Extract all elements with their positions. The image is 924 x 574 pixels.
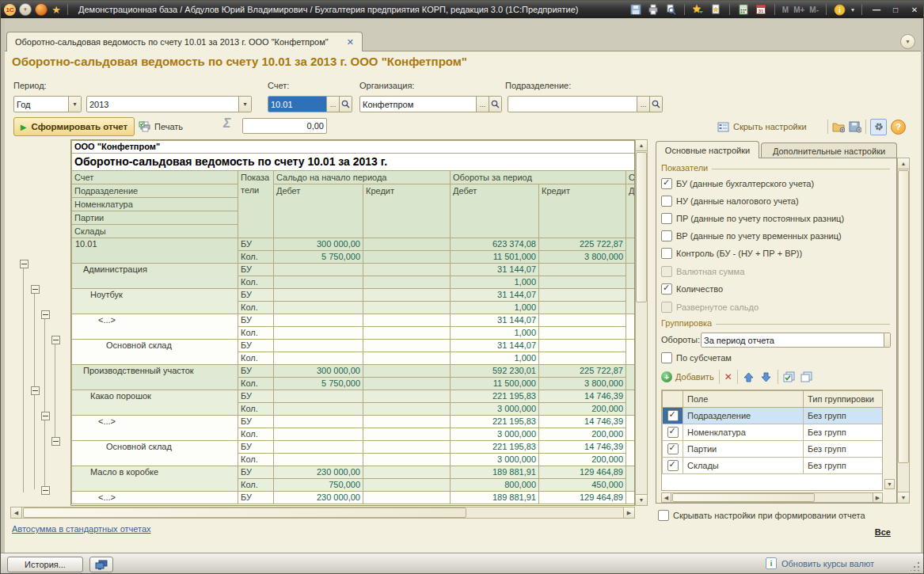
tree-collapse-button[interactable] — [31, 285, 40, 294]
all-link[interactable]: Все — [875, 527, 891, 537]
tree-collapse-button[interactable] — [41, 310, 50, 319]
grouping-scroll-down-arrow[interactable]: ▼ — [884, 479, 895, 489]
load-settings-icon[interactable] — [832, 120, 845, 133]
checkbox-icon[interactable] — [661, 178, 672, 189]
indicator-option[interactable]: Количество — [661, 283, 723, 295]
by-subaccounts-option[interactable]: По субсчетам — [661, 352, 732, 364]
report-row[interactable]: <...>БУ230 000,00189 881,91129 464,89 — [72, 492, 636, 504]
checkbox-icon[interactable] — [661, 248, 672, 259]
grouping-row-check-cell[interactable] — [663, 458, 683, 474]
chevron-down-icon[interactable]: ▾ — [68, 97, 81, 112]
hide-settings-button[interactable]: Скрыть настройки — [717, 119, 807, 135]
tab-main-settings[interactable]: Основные настройки — [656, 141, 759, 158]
grouping-row[interactable]: ПодразделениеБез групп — [663, 408, 883, 424]
more-button[interactable]: ... — [476, 97, 489, 112]
period-value-select[interactable]: 2013 ▾ — [86, 96, 252, 112]
chevron-down-icon[interactable]: ▾ — [851, 6, 854, 13]
report-row[interactable]: Основной складБУ31 144,07 — [72, 340, 636, 352]
tree-collapse-button[interactable] — [41, 486, 50, 495]
chevron-down-icon[interactable]: ▾ — [238, 97, 251, 112]
turnover-select[interactable]: За период отчета — [701, 333, 891, 348]
checkbox-icon[interactable] — [661, 213, 672, 224]
grouping-row-check-cell[interactable] — [663, 408, 683, 424]
search-icon[interactable] — [489, 97, 501, 112]
remote-desktop-button[interactable] — [89, 557, 113, 572]
grouping-row[interactable]: ПартииБез групп — [663, 441, 883, 458]
indicator-option[interactable]: Контроль (БУ - (НУ + ПР + ВР)) — [661, 247, 802, 260]
tree-collapse-button[interactable] — [51, 336, 60, 344]
memory-recall-button[interactable]: M — [782, 6, 789, 14]
print-preview-icon[interactable] — [664, 3, 677, 16]
indicator-option[interactable]: Развернутое сальдо — [661, 301, 759, 314]
checkbox-icon[interactable] — [661, 302, 672, 313]
more-button[interactable]: ... — [326, 97, 339, 112]
report-row[interactable]: Какао порошокБУ221 195,8314 746,39 — [72, 390, 636, 403]
indicator-option[interactable]: БУ (данные бухгалтерского учета) — [661, 177, 814, 190]
checkbox-icon[interactable] — [661, 230, 672, 241]
report-row[interactable]: 10.01БУ300 000,00623 374,08225 722,87 — [72, 238, 636, 251]
report-row[interactable]: НоутбукБУ31 144,07 — [72, 289, 636, 302]
search-icon[interactable] — [339, 97, 352, 112]
checkbox-icon[interactable] — [667, 443, 679, 454]
add-favorite-icon[interactable] — [709, 3, 722, 16]
help-icon[interactable]: ? — [891, 120, 906, 135]
quick-access-button[interactable] — [35, 3, 48, 16]
checkbox-icon[interactable] — [661, 196, 672, 207]
checkbox-icon[interactable] — [667, 460, 679, 471]
autosum-link[interactable]: Автосумма в стандартных отчетах — [12, 524, 151, 534]
save-icon[interactable] — [629, 3, 642, 16]
vscroll-thumb[interactable] — [898, 170, 909, 463]
grouping-row-check-cell[interactable] — [663, 424, 683, 441]
maximize-button[interactable]: □ — [888, 6, 903, 14]
checkbox-icon[interactable] — [667, 427, 679, 438]
update-rates-link[interactable]: i Обновить курсы валют — [766, 557, 874, 569]
vscroll-thumb[interactable] — [636, 152, 647, 302]
autosum-icon[interactable]: Σ — [223, 116, 230, 131]
go-favorites-icon[interactable] — [692, 3, 705, 16]
hide-settings-on-generate-option[interactable]: Скрывать настройки при формировании отче… — [658, 510, 865, 521]
memory-subtract-button[interactable]: M- — [809, 6, 819, 14]
indicator-option[interactable]: НУ (данные налогового учета) — [661, 195, 799, 207]
report-row[interactable]: Производственный участокБУ300 000,00592 … — [72, 365, 636, 378]
scroll-down-arr[interactable]: ▼ — [897, 492, 910, 504]
search-icon[interactable] — [649, 97, 662, 112]
calendar-icon[interactable]: 31 — [755, 3, 767, 16]
info-icon[interactable]: i — [834, 3, 846, 16]
account-input[interactable]: 10.01 ... — [268, 96, 352, 112]
more-button[interactable]: ... — [637, 97, 649, 112]
period-kind-select[interactable]: Год ▾ — [13, 96, 82, 112]
report-row[interactable]: Основной складБУ221 195,8314 746,39 — [72, 441, 636, 454]
move-up-icon[interactable] — [743, 371, 755, 383]
tab-report[interactable]: Оборотно-сальдовая ведомость по счету 10… — [6, 32, 363, 51]
checkbox-icon[interactable] — [661, 283, 672, 295]
indicator-option[interactable]: Валютная сумма — [661, 265, 744, 278]
save-settings-icon[interactable] — [849, 120, 861, 133]
favorites-star-icon[interactable]: ★ — [51, 4, 62, 15]
scroll-left-arrow[interactable]: ◀ — [661, 492, 671, 503]
checkbox-icon[interactable] — [661, 352, 672, 363]
resize-grip[interactable] — [911, 561, 920, 571]
scroll-up-arrow[interactable]: ▲ — [635, 139, 648, 151]
report-row[interactable]: <...>БУ31 144,07 — [72, 314, 636, 327]
minimize-button[interactable]: — — [869, 6, 884, 14]
report-row[interactable]: <...>БУ221 195,8314 746,39 — [72, 416, 636, 428]
indicator-option[interactable]: ВР (данные по учету временных разниц) — [661, 230, 842, 242]
grouping-row[interactable]: СкладыБез групп — [663, 458, 883, 474]
scroll-left-arrow[interactable]: ◀ — [10, 507, 22, 519]
scroll-down-arrow[interactable]: ▼ — [635, 494, 648, 506]
tree-collapse-button[interactable] — [41, 412, 50, 420]
calculator-icon[interactable] — [737, 3, 750, 16]
delete-icon[interactable]: ✕ — [724, 371, 732, 382]
scroll-up-arrow[interactable]: ▲ — [897, 158, 910, 169]
grouping-row[interactable]: НоменклатураБез групп — [663, 424, 883, 441]
scroll-right-arrow[interactable]: ▶ — [873, 492, 883, 503]
tree-collapse-button[interactable] — [51, 437, 60, 446]
main-menu-button[interactable]: ▾ — [19, 3, 32, 16]
hscroll-thumb[interactable] — [23, 507, 466, 518]
check-all-icon[interactable] — [783, 371, 796, 383]
generate-report-button[interactable]: ▶ Сформировать отчет — [13, 117, 135, 136]
hscroll-thumb[interactable] — [672, 493, 815, 502]
move-down-icon[interactable] — [760, 371, 773, 383]
grouping-row-check-cell[interactable] — [663, 441, 683, 458]
tree-collapse-button[interactable] — [31, 386, 40, 395]
